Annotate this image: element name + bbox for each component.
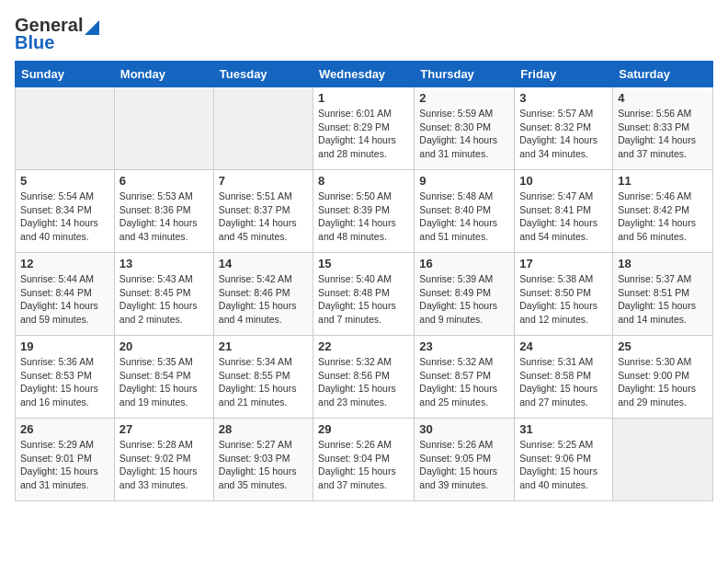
day-info: Sunrise: 5:46 AMSunset: 8:42 PMDaylight:… xyxy=(618,190,708,244)
calendar-cell: 2Sunrise: 5:59 AMSunset: 8:30 PMDaylight… xyxy=(415,87,515,170)
day-number: 25 xyxy=(618,339,708,353)
calendar-cell: 21Sunrise: 5:34 AMSunset: 8:55 PMDayligh… xyxy=(213,336,313,419)
calendar-cell: 10Sunrise: 5:47 AMSunset: 8:41 PMDayligh… xyxy=(515,170,613,253)
day-number: 28 xyxy=(219,422,308,436)
day-info: Sunrise: 5:25 AMSunset: 9:06 PMDaylight:… xyxy=(519,438,608,492)
day-info: Sunrise: 5:51 AMSunset: 8:37 PMDaylight:… xyxy=(219,190,308,244)
logo-blue: Blue xyxy=(15,32,54,53)
day-number: 2 xyxy=(419,91,509,105)
calendar-cell xyxy=(16,87,115,170)
calendar-cell xyxy=(114,87,213,170)
calendar-cell: 4Sunrise: 5:56 AMSunset: 8:33 PMDaylight… xyxy=(613,87,713,170)
page-header: General Blue xyxy=(15,15,713,53)
day-number: 23 xyxy=(419,339,509,353)
week-row-1: 1Sunrise: 6:01 AMSunset: 8:29 PMDaylight… xyxy=(16,87,713,170)
calendar-cell: 17Sunrise: 5:38 AMSunset: 8:50 PMDayligh… xyxy=(515,253,613,336)
header-day-thursday: Thursday xyxy=(415,62,515,87)
calendar-cell: 3Sunrise: 5:57 AMSunset: 8:32 PMDaylight… xyxy=(515,87,613,170)
header-day-monday: Monday xyxy=(114,62,213,87)
calendar-cell: 1Sunrise: 6:01 AMSunset: 8:29 PMDaylight… xyxy=(313,87,415,170)
calendar-cell: 16Sunrise: 5:39 AMSunset: 8:49 PMDayligh… xyxy=(415,253,515,336)
day-number: 3 xyxy=(519,91,608,105)
calendar-table: SundayMondayTuesdayWednesdayThursdayFrid… xyxy=(15,61,713,501)
day-info: Sunrise: 5:35 AMSunset: 8:54 PMDaylight:… xyxy=(119,355,209,409)
week-row-3: 12Sunrise: 5:44 AMSunset: 8:44 PMDayligh… xyxy=(16,253,713,336)
day-info: Sunrise: 5:27 AMSunset: 9:03 PMDaylight:… xyxy=(219,438,308,492)
day-info: Sunrise: 5:56 AMSunset: 8:33 PMDaylight:… xyxy=(618,107,708,161)
day-info: Sunrise: 5:44 AMSunset: 8:44 PMDaylight:… xyxy=(20,272,109,327)
day-info: Sunrise: 5:32 AMSunset: 8:56 PMDaylight:… xyxy=(318,355,409,409)
day-number: 29 xyxy=(318,422,409,436)
day-number: 18 xyxy=(618,257,708,270)
day-number: 27 xyxy=(119,422,209,436)
day-info: Sunrise: 5:30 AMSunset: 9:00 PMDaylight:… xyxy=(618,355,708,409)
calendar-cell: 6Sunrise: 5:53 AMSunset: 8:36 PMDaylight… xyxy=(114,170,213,253)
calendar-cell: 30Sunrise: 5:26 AMSunset: 9:05 PMDayligh… xyxy=(415,419,515,501)
day-number: 17 xyxy=(519,257,608,270)
logo-icon xyxy=(85,17,99,35)
day-info: Sunrise: 5:39 AMSunset: 8:49 PMDaylight:… xyxy=(419,272,509,327)
day-info: Sunrise: 5:50 AMSunset: 8:39 PMDaylight:… xyxy=(318,190,409,244)
calendar-cell: 29Sunrise: 5:26 AMSunset: 9:04 PMDayligh… xyxy=(313,419,415,501)
calendar-cell: 28Sunrise: 5:27 AMSunset: 9:03 PMDayligh… xyxy=(213,419,313,501)
week-row-2: 5Sunrise: 5:54 AMSunset: 8:34 PMDaylight… xyxy=(16,170,713,253)
header-day-wednesday: Wednesday xyxy=(313,62,415,87)
day-number: 9 xyxy=(419,174,509,188)
day-number: 26 xyxy=(20,422,109,436)
day-number: 14 xyxy=(219,257,308,270)
day-number: 1 xyxy=(318,91,409,105)
calendar-cell: 14Sunrise: 5:42 AMSunset: 8:46 PMDayligh… xyxy=(213,253,313,336)
calendar-cell: 24Sunrise: 5:31 AMSunset: 8:58 PMDayligh… xyxy=(515,336,613,419)
day-number: 13 xyxy=(119,257,209,270)
day-number: 8 xyxy=(318,174,409,188)
calendar-cell xyxy=(613,419,713,501)
day-info: Sunrise: 5:36 AMSunset: 8:53 PMDaylight:… xyxy=(20,355,109,409)
day-number: 22 xyxy=(318,339,409,353)
calendar-cell: 12Sunrise: 5:44 AMSunset: 8:44 PMDayligh… xyxy=(16,253,115,336)
header-day-tuesday: Tuesday xyxy=(213,62,313,87)
header-row: SundayMondayTuesdayWednesdayThursdayFrid… xyxy=(16,62,713,87)
logo: General Blue xyxy=(15,15,99,53)
day-number: 7 xyxy=(219,174,308,188)
week-row-4: 19Sunrise: 5:36 AMSunset: 8:53 PMDayligh… xyxy=(16,336,713,419)
day-number: 19 xyxy=(20,339,109,353)
day-info: Sunrise: 5:57 AMSunset: 8:32 PMDaylight:… xyxy=(519,107,608,161)
calendar-cell: 19Sunrise: 5:36 AMSunset: 8:53 PMDayligh… xyxy=(16,336,115,419)
calendar-cell: 7Sunrise: 5:51 AMSunset: 8:37 PMDaylight… xyxy=(213,170,313,253)
day-number: 5 xyxy=(20,174,109,188)
calendar-cell: 20Sunrise: 5:35 AMSunset: 8:54 PMDayligh… xyxy=(114,336,213,419)
week-row-5: 26Sunrise: 5:29 AMSunset: 9:01 PMDayligh… xyxy=(16,419,713,501)
calendar-cell: 15Sunrise: 5:40 AMSunset: 8:48 PMDayligh… xyxy=(313,253,415,336)
day-info: Sunrise: 5:31 AMSunset: 8:58 PMDaylight:… xyxy=(519,355,608,409)
day-number: 11 xyxy=(618,174,708,188)
calendar-cell xyxy=(213,87,313,170)
day-number: 30 xyxy=(419,422,509,436)
day-number: 12 xyxy=(20,257,109,270)
day-info: Sunrise: 5:53 AMSunset: 8:36 PMDaylight:… xyxy=(119,190,209,244)
day-info: Sunrise: 5:38 AMSunset: 8:50 PMDaylight:… xyxy=(519,272,608,327)
calendar-cell: 27Sunrise: 5:28 AMSunset: 9:02 PMDayligh… xyxy=(114,419,213,501)
day-number: 16 xyxy=(419,257,509,270)
calendar-cell: 9Sunrise: 5:48 AMSunset: 8:40 PMDaylight… xyxy=(415,170,515,253)
day-number: 15 xyxy=(318,257,409,270)
header-day-friday: Friday xyxy=(515,62,613,87)
day-info: Sunrise: 5:43 AMSunset: 8:45 PMDaylight:… xyxy=(119,272,209,327)
day-info: Sunrise: 5:47 AMSunset: 8:41 PMDaylight:… xyxy=(519,190,608,244)
calendar-cell: 25Sunrise: 5:30 AMSunset: 9:00 PMDayligh… xyxy=(613,336,713,419)
calendar-cell: 5Sunrise: 5:54 AMSunset: 8:34 PMDaylight… xyxy=(16,170,115,253)
day-info: Sunrise: 5:28 AMSunset: 9:02 PMDaylight:… xyxy=(119,438,209,492)
day-number: 24 xyxy=(519,339,608,353)
day-info: Sunrise: 5:59 AMSunset: 8:30 PMDaylight:… xyxy=(419,107,509,161)
day-number: 4 xyxy=(618,91,708,105)
day-info: Sunrise: 5:29 AMSunset: 9:01 PMDaylight:… xyxy=(20,438,109,492)
day-info: Sunrise: 5:42 AMSunset: 8:46 PMDaylight:… xyxy=(219,272,308,327)
day-info: Sunrise: 5:26 AMSunset: 9:05 PMDaylight:… xyxy=(419,438,509,492)
calendar-cell: 8Sunrise: 5:50 AMSunset: 8:39 PMDaylight… xyxy=(313,170,415,253)
day-number: 31 xyxy=(519,422,608,436)
day-number: 21 xyxy=(219,339,308,353)
calendar-cell: 13Sunrise: 5:43 AMSunset: 8:45 PMDayligh… xyxy=(114,253,213,336)
day-info: Sunrise: 6:01 AMSunset: 8:29 PMDaylight:… xyxy=(318,107,409,161)
calendar-cell: 11Sunrise: 5:46 AMSunset: 8:42 PMDayligh… xyxy=(613,170,713,253)
header-day-sunday: Sunday xyxy=(16,62,115,87)
calendar-cell: 31Sunrise: 5:25 AMSunset: 9:06 PMDayligh… xyxy=(515,419,613,501)
